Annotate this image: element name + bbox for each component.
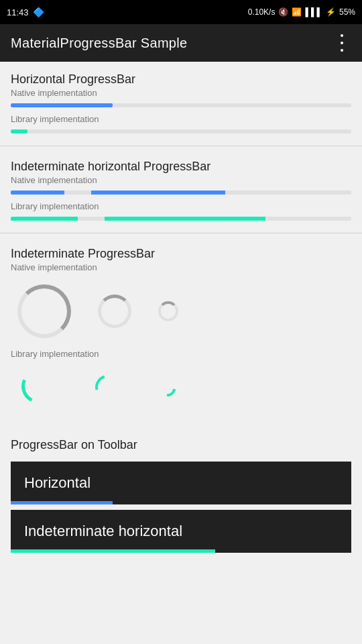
native-spinner-medium [98,294,131,328]
native-indeterminate-fill-2 [91,191,225,195]
arc-teal-medium-shape [90,370,123,403]
toolbar-horizontal-progress-fill [11,501,113,504]
library-indeterminate-fill-2 [105,217,265,221]
library-arc-medium [95,375,119,399]
library-progress-track [11,129,351,133]
arc-teal-large-shape [17,365,60,408]
library-horizontal-progress [11,129,351,133]
dot-2 [341,42,343,44]
toolbar-horizontal-label: Horizontal [24,474,90,491]
library-progress-fill [11,129,27,133]
native-progress-track [11,103,351,107]
wifi-icon: 📶 [292,7,302,17]
toolbar-section-title: ProgressBar on Toolbar [0,430,362,458]
status-left: 11:43 🔷 [7,7,44,17]
library-arc-small [160,380,176,396]
section-indeterminate-h-title: Indeterminate horizontal ProgressBar [11,160,351,174]
toolbar-indeterminate-button[interactable]: Indeterminate horizontal [11,510,351,553]
dot-1 [341,34,343,37]
section-horizontal-title: Horizontal ProgressBar [11,72,351,87]
divider-1 [0,146,362,146]
library-arc-large [21,370,55,403]
divider-2 [0,233,362,233]
section-horizontal-library-label: Library implementation [11,114,351,124]
signal-icon: ▌▌▌ [305,7,322,17]
section-indeterminate-h-library-label: Library implementation [11,201,351,211]
native-progress-fill [11,103,113,107]
charging-icon: ⚡ [326,7,336,17]
section-indeterminate-c-title: Indeterminate ProgressBar [11,247,351,261]
dot-3 [341,49,343,52]
toolbar-title: MaterialProgressBar Sample [11,36,187,51]
status-right: 0.10K/s 🔇 📶 ▌▌▌ ⚡ 55% [248,7,355,17]
section-indeterminate-circular: Indeterminate ProgressBar Native impleme… [0,236,362,430]
section-indeterminate-c-native-label: Native implementation [11,262,351,272]
toolbar-indeterminate-label: Indeterminate horizontal [24,523,182,539]
native-indeterminate-track [11,191,351,195]
arc-teal-small-shape [156,377,179,400]
battery-level: 55% [339,7,355,17]
native-indeterminate-h-progress [11,191,351,195]
section-horizontal: Horizontal ProgressBar Native implementa… [0,62,362,143]
toolbar-horizontal-progress-track [11,501,351,504]
native-spinner-small [158,301,178,321]
toolbar-indeterminate-progress-fill [11,549,215,553]
section-horizontal-native-label: Native implementation [11,88,351,98]
section-indeterminate-horizontal: Indeterminate horizontal ProgressBar Nat… [0,149,362,230]
mute-icon: 🔇 [278,7,288,17]
native-horizontal-progress [11,103,351,107]
native-spinners-row [11,278,351,345]
native-indeterminate-fill-1 [11,191,64,195]
library-indeterminate-track [11,217,351,221]
status-time: 11:43 [7,7,29,17]
toolbar-horizontal-button[interactable]: Horizontal [11,462,351,504]
library-spinners-row [11,364,351,425]
more-options-button[interactable] [333,34,351,52]
app-toolbar: MaterialProgressBar Sample [0,24,362,62]
section-indeterminate-h-native-label: Native implementation [11,175,351,185]
section-indeterminate-c-library-label: Library implementation [11,349,351,359]
library-indeterminate-h-progress [11,217,351,221]
toolbar-indeterminate-progress-track [11,549,351,553]
app-icon: 🔷 [33,7,44,17]
status-bar: 11:43 🔷 0.10K/s 🔇 📶 ▌▌▌ ⚡ 55% [0,0,362,24]
main-content: Horizontal ProgressBar Native implementa… [0,62,362,553]
network-speed: 0.10K/s [248,7,276,17]
native-spinner-large [17,284,71,338]
library-indeterminate-fill-1 [11,217,78,221]
